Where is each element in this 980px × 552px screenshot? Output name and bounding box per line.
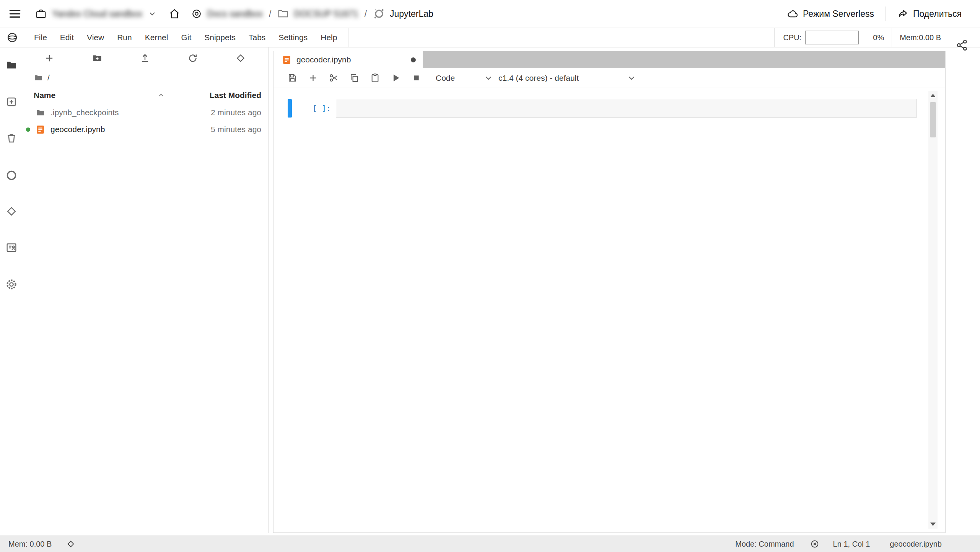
menu-tabs[interactable]: Tabs	[242, 28, 272, 47]
folder-icon	[36, 108, 45, 118]
settings-gear-icon[interactable]	[5, 278, 18, 291]
file-browser-icon[interactable]	[5, 59, 18, 71]
breadcrumb-root[interactable]: /	[47, 73, 50, 82]
status-bar: Mem: 0.00 B Mode: Command Ln 1, Col 1 ge…	[0, 536, 980, 552]
scroll-up-icon[interactable]	[928, 91, 938, 100]
storage-bucket-icon[interactable]	[5, 132, 18, 144]
cursor-position[interactable]: Ln 1, Col 1	[833, 540, 870, 549]
cut-icon	[329, 73, 339, 83]
workspace-switcher[interactable]: Yandex Cloud sandbox	[35, 8, 157, 20]
path-separator: /	[263, 9, 277, 19]
breadcrumb-folder[interactable]: DOCSUP 51671	[277, 8, 358, 20]
breadcrumb-project[interactable]: Docs sandbox	[191, 8, 263, 19]
home-icon[interactable]	[168, 8, 181, 20]
menu-file[interactable]: File	[28, 28, 54, 47]
active-cell-collapser[interactable]	[288, 99, 292, 118]
serverless-mode-toggle[interactable]: Режим Serverless	[787, 8, 874, 20]
share-nodes-icon[interactable]	[956, 39, 969, 52]
tab-geocoder-ipynb[interactable]: geocoder.ipynb	[273, 51, 423, 68]
datasphere-logo-icon[interactable]	[6, 31, 18, 44]
run-cell-button[interactable]	[385, 70, 406, 86]
copy-icon	[349, 73, 360, 83]
stop-kernel-button[interactable]	[406, 70, 427, 86]
file-row-checkpoints[interactable]: .ipynb_checkpoints 2 minutes ago	[23, 104, 268, 121]
column-divider	[177, 90, 177, 101]
refresh-icon[interactable]	[187, 53, 198, 64]
cell-type-value: Code	[436, 73, 455, 83]
jupyterlab-datasphere-window: Yandex Cloud sandbox Docs sandbox / DOCS…	[0, 0, 980, 552]
unsaved-changes-dot[interactable]	[411, 57, 416, 62]
status-left: Mem: 0.00 B	[8, 539, 75, 549]
folder-name: DOCSUP 51671	[294, 9, 358, 19]
file-browser-toolbar	[23, 47, 268, 69]
notebook-toolbar: Code c1.4 (4 cores) - default	[273, 68, 945, 88]
menu-icon[interactable]	[8, 7, 21, 20]
share-forward-icon	[897, 8, 909, 20]
running-sessions-icon[interactable]	[5, 169, 18, 181]
cpu-label: CPU:	[783, 33, 801, 42]
tab-bar: geocoder.ipynb	[273, 51, 945, 68]
status-right: Mode: Command Ln 1, Col 1 geocoder.ipynb	[735, 539, 942, 549]
git-diamond-icon[interactable]	[66, 539, 75, 549]
mem-usage: Mem:0.00 B	[900, 33, 941, 42]
cell-type-select[interactable]: Code	[436, 70, 493, 86]
new-folder-icon[interactable]	[92, 53, 103, 64]
left-sidebar	[0, 47, 23, 533]
column-header-modified[interactable]: Last Modified	[210, 91, 268, 100]
circle-x-icon[interactable]	[810, 539, 819, 549]
serverless-mode-label: Режим Serverless	[803, 9, 874, 19]
paste-cells-button[interactable]	[365, 70, 385, 86]
kernel-running-indicator	[26, 127, 30, 132]
cut-cells-button[interactable]	[323, 70, 344, 86]
menu-kernel[interactable]: Kernel	[138, 28, 175, 47]
menu-edit[interactable]: Edit	[54, 28, 80, 47]
cpu-usage-bar	[805, 31, 859, 44]
breadcrumb-app: JupyterLab	[373, 8, 433, 20]
command-mode-indicator[interactable]: Mode: Command	[735, 540, 794, 549]
scrollbar-thumb[interactable]	[930, 102, 936, 137]
file-row-notebook[interactable]: geocoder.ipynb 5 minutes ago	[23, 121, 268, 138]
folder-icon[interactable]	[34, 73, 43, 82]
cell-prompt: [ ]:	[294, 99, 331, 118]
insert-cell-button[interactable]	[303, 70, 323, 86]
file-browser-panel: / Name Last Modified .ipynb_checkpoints …	[23, 47, 269, 533]
plus-icon	[308, 73, 318, 83]
inspector-card-icon[interactable]	[5, 242, 18, 254]
briefcase-icon	[35, 8, 47, 20]
active-file-name: geocoder.ipynb	[890, 540, 942, 549]
notebook-file-icon	[36, 125, 45, 134]
sort-ascending-icon[interactable]	[157, 91, 165, 100]
kernel-select[interactable]: c1.4 (4 cores) - default	[498, 70, 636, 86]
new-launcher-plus-icon[interactable]	[44, 53, 55, 64]
chevron-down-icon	[484, 73, 493, 83]
chevron-down-icon	[627, 73, 636, 83]
scroll-down-icon[interactable]	[928, 519, 938, 529]
save-button[interactable]	[282, 70, 303, 86]
menu-view[interactable]: View	[80, 28, 111, 47]
menu-run[interactable]: Run	[111, 28, 138, 47]
git-icon[interactable]	[5, 205, 18, 217]
git-diamond-icon[interactable]	[235, 53, 246, 64]
copy-cells-button[interactable]	[344, 70, 365, 86]
menu-settings[interactable]: Settings	[272, 28, 314, 47]
column-header-name[interactable]: Name	[23, 91, 55, 100]
menu-help[interactable]: Help	[314, 28, 343, 47]
menu-git[interactable]: Git	[174, 28, 198, 47]
breadcrumb: /	[23, 69, 268, 87]
notebook-dock-panel: geocoder.ipynb	[273, 51, 946, 533]
folder-icon	[277, 8, 289, 20]
menu-snippets[interactable]: Snippets	[198, 28, 242, 47]
file-modified: 5 minutes ago	[211, 125, 268, 134]
save-icon	[287, 73, 298, 83]
notebook-scrollbar[interactable]	[928, 91, 938, 529]
new-item-icon[interactable]	[5, 96, 18, 108]
mem-status: Mem: 0.00 B	[8, 540, 52, 549]
share-button[interactable]: Поделиться	[897, 8, 962, 20]
app-name: JupyterLab	[390, 9, 433, 19]
chevron-down-icon	[148, 9, 157, 18]
stop-icon	[411, 73, 422, 83]
upload-icon[interactable]	[140, 53, 150, 64]
cell-code-input[interactable]	[336, 99, 917, 118]
paste-icon	[370, 73, 380, 83]
jupyter-logo-icon	[373, 8, 385, 20]
